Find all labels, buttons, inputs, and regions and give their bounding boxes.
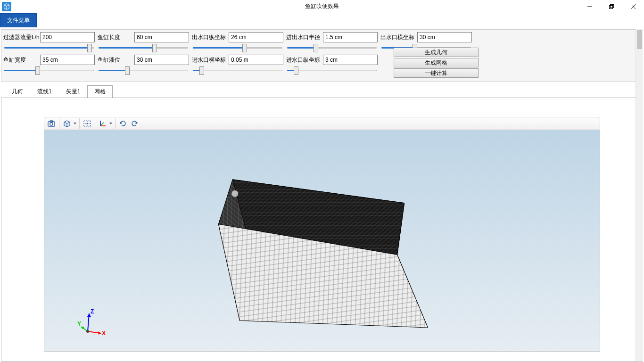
tab-streamline1[interactable]: 流线1 (30, 85, 59, 98)
generate-geometry-button[interactable]: 生成几何 (394, 48, 479, 57)
view-tabs: 几何 流线1 矢量1 网格 (5, 85, 644, 98)
viewport-toolbar (44, 117, 600, 130)
one-click-calc-button[interactable]: 一键计算 (394, 68, 479, 78)
svg-text:X: X (102, 330, 106, 337)
input-filter-flow[interactable] (40, 32, 95, 42)
label-tank-level: 鱼缸液位 (98, 56, 134, 64)
generate-mesh-button[interactable]: 生成网格 (394, 58, 479, 67)
app-icon (2, 2, 11, 11)
label-outlet-y: 出水口纵坐标 (192, 33, 229, 41)
svg-text:Y: Y (77, 321, 81, 327)
svg-point-31 (86, 330, 89, 333)
tab-mesh[interactable]: 网格 (87, 85, 113, 98)
orientation-axes: X Y Z (77, 309, 106, 337)
param-row-1: 过滤器流量L/h 鱼缸长度 出水口纵坐标 进出水口半径 (3, 32, 641, 52)
parameters-panel: 过滤器流量L/h 鱼缸长度 出水口纵坐标 进出水口半径 (1, 29, 643, 82)
input-outlet-x[interactable] (417, 32, 472, 42)
input-tank-width[interactable] (40, 55, 95, 65)
param-row-2: 鱼缸宽度 鱼缸液位 进水口横坐标 进水口纵坐标 (3, 54, 641, 75)
svg-point-9 (87, 123, 88, 124)
mesh-render (44, 130, 600, 351)
svg-point-22 (231, 190, 238, 197)
label-inlet-x: 进水口横坐标 (192, 56, 229, 64)
file-menu[interactable]: 文件菜单 (0, 13, 37, 27)
input-outlet-y[interactable] (229, 32, 283, 42)
toolbar-separator (115, 118, 116, 129)
action-buttons: 生成几何 生成网格 一键计算 (394, 48, 479, 78)
label-inlet-y: 进水口纵坐标 (286, 56, 323, 64)
close-button[interactable] (622, 0, 644, 13)
svg-text:Z: Z (91, 309, 94, 315)
toolbar-separator (95, 118, 95, 129)
viewport-panel: X Y Z (1, 98, 643, 362)
axes-toggle-icon[interactable] (98, 118, 108, 129)
axes-dropdown[interactable] (109, 118, 113, 129)
label-outlet-x: 出水口横坐标 (380, 33, 417, 41)
svg-marker-26 (98, 331, 101, 335)
toolbar-separator (79, 118, 80, 129)
label-tank-length: 鱼缸长度 (98, 33, 134, 41)
tab-geometry[interactable]: 几何 (5, 85, 30, 98)
label-filter-flow: 过滤器流量L/h (3, 33, 40, 41)
svg-line-16 (100, 123, 104, 126)
slider-outlet-y[interactable] (192, 44, 283, 52)
cube-view-dropdown[interactable] (73, 118, 77, 129)
slider-port-radius[interactable] (286, 44, 378, 52)
rotate-ccw-icon[interactable] (129, 118, 140, 129)
menu-bar: 文件菜单 (0, 13, 644, 27)
fit-view-icon[interactable] (82, 118, 92, 129)
window-title: 鱼缸吹便效果 (305, 2, 339, 10)
label-tank-width: 鱼缸宽度 (3, 56, 40, 64)
slider-inlet-x[interactable] (192, 66, 283, 75)
svg-rect-2 (611, 5, 614, 8)
slider-tank-width[interactable] (3, 66, 95, 75)
vertical-scrollbar[interactable] (636, 29, 643, 361)
slider-inlet-y[interactable] (286, 66, 378, 75)
input-port-radius[interactable] (323, 32, 378, 42)
slider-tank-level[interactable] (98, 66, 189, 75)
tab-vector1[interactable]: 矢量1 (59, 85, 88, 98)
slider-filter-flow[interactable] (3, 44, 95, 52)
scrollbar-thumb[interactable] (637, 30, 642, 49)
label-port-radius: 进出水口半径 (286, 33, 323, 41)
title-bar: 鱼缸吹便效果 (0, 0, 644, 13)
3d-viewport[interactable]: X Y Z (44, 130, 600, 352)
maximize-button[interactable] (601, 0, 622, 13)
toolbar-separator (59, 118, 59, 129)
slider-tank-length[interactable] (98, 44, 189, 52)
svg-rect-1 (610, 6, 613, 9)
input-tank-length[interactable] (134, 32, 189, 42)
minimize-button[interactable] (579, 0, 601, 13)
rotate-cw-icon[interactable] (118, 118, 128, 129)
input-tank-level[interactable] (134, 55, 189, 65)
input-inlet-x[interactable] (229, 55, 283, 65)
window-controls (579, 0, 644, 13)
input-inlet-y[interactable] (323, 55, 378, 65)
screenshot-icon[interactable] (46, 118, 57, 129)
cube-view-icon[interactable] (62, 118, 72, 129)
svg-point-6 (50, 123, 53, 125)
